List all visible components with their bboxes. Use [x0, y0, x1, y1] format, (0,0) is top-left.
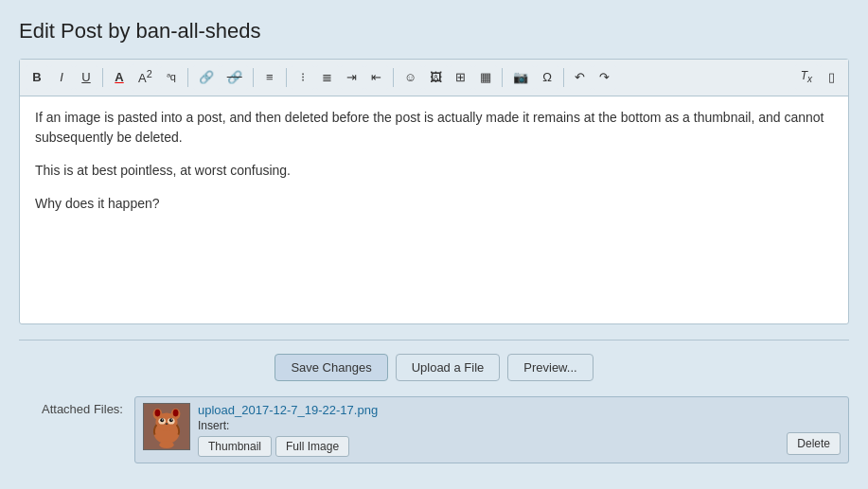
attached-files-label: Attached Files: [19, 396, 123, 416]
align-button[interactable]: ≡ [258, 65, 281, 90]
media-button[interactable]: ▦ [474, 65, 497, 90]
toolbar-separator-5 [393, 68, 394, 87]
font-color-button[interactable]: A [108, 65, 131, 90]
camera-button[interactable]: 📷 [507, 65, 534, 90]
unlink-button[interactable]: 🔗 [221, 65, 248, 90]
font-size-down-button[interactable]: ᵃq [160, 66, 183, 88]
editor-toolbar: B I U A A2 ᵃq 🔗 🔗 ≡ ⁝ ≣ ⇥ ⇤ ☺ 🖼 ⊞ ▦ 📷 Ω … [20, 60, 848, 96]
svg-point-6 [173, 409, 179, 416]
thumbnail-insert-button[interactable]: Thumbnail [198, 436, 272, 457]
toolbar-separator-3 [253, 68, 254, 87]
editor-paragraph-1: If an image is pasted into a post, and t… [35, 108, 833, 148]
file-insert-label: Insert: [198, 419, 841, 432]
preview-button[interactable]: Preview... [507, 354, 593, 381]
file-name-link[interactable]: upload_2017-12-7_19-22-17.png [198, 403, 841, 417]
image-button[interactable]: 🖼 [424, 65, 448, 90]
table-button[interactable]: ⊞ [450, 65, 472, 90]
link-button[interactable]: 🔗 [193, 65, 220, 90]
svg-point-10 [169, 418, 173, 422]
redo-button[interactable]: ↷ [593, 65, 616, 90]
action-bar: Save Changes Upload a File Preview... [19, 354, 849, 381]
font-size-up-button[interactable]: A2 [133, 63, 158, 92]
emoji-button[interactable]: ☺ [399, 65, 422, 90]
toolbar-separator-7 [563, 68, 564, 87]
section-divider [19, 340, 849, 341]
svg-point-5 [155, 409, 161, 416]
upload-file-button[interactable]: Upload a File [396, 354, 501, 381]
undo-button[interactable]: ↶ [569, 65, 592, 90]
editor-container: B I U A A2 ᵃq 🔗 🔗 ≡ ⁝ ≣ ⇥ ⇤ ☺ 🖼 ⊞ ▦ 📷 Ω … [19, 59, 849, 324]
toolbar-separator-4 [286, 68, 287, 87]
file-info: upload_2017-12-7_19-22-17.png Insert: Th… [198, 403, 841, 457]
underline-button[interactable]: U [75, 65, 97, 90]
outdent-button[interactable]: ⇤ [365, 65, 388, 90]
bold-button[interactable]: B [26, 65, 48, 90]
page-title: Edit Post by ban-all-sheds [19, 19, 849, 44]
editor-content-area[interactable]: If an image is pasted into a post, and t… [20, 96, 848, 323]
insert-buttons: Thumbnail Full Image [198, 436, 841, 457]
svg-point-12 [171, 419, 172, 420]
full-image-insert-button[interactable]: Full Image [275, 436, 349, 457]
svg-point-9 [160, 418, 164, 422]
toolbar-separator-6 [502, 68, 503, 87]
special-char-button[interactable]: Ω [536, 65, 558, 90]
editor-paragraph-2: This is at best pointless, at worst conf… [35, 161, 833, 181]
clear-format-button[interactable]: Tx [795, 64, 818, 90]
file-thumbnail [143, 403, 190, 450]
toolbar-separator-2 [187, 68, 188, 87]
svg-point-13 [166, 423, 168, 425]
indent-button[interactable]: ⇥ [341, 65, 363, 90]
list-ul-button[interactable]: ⁝ [292, 65, 314, 90]
italic-button[interactable]: I [50, 65, 73, 90]
save-changes-button[interactable]: Save Changes [275, 354, 387, 381]
list-ol-button[interactable]: ≣ [316, 65, 339, 90]
file-entry: upload_2017-12-7_19-22-17.png Insert: Th… [134, 396, 849, 463]
editor-paragraph-3: Why does it happen? [35, 194, 833, 214]
toolbar-separator-1 [102, 68, 103, 87]
attached-files-section: Attached Files: [19, 396, 849, 463]
source-button[interactable]: ▯ [820, 65, 842, 90]
delete-file-button[interactable]: Delete [787, 432, 841, 455]
svg-point-11 [162, 419, 163, 420]
svg-point-14 [159, 441, 173, 448]
